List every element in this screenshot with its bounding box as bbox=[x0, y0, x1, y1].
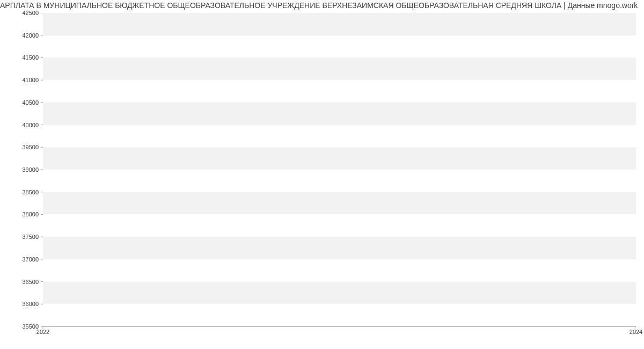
grid-band bbox=[43, 304, 636, 326]
grid-band bbox=[43, 282, 636, 304]
grid-band bbox=[43, 237, 636, 259]
grid-band bbox=[43, 57, 636, 80]
y-tick-label: 37000 bbox=[22, 256, 39, 263]
grid-band bbox=[43, 147, 636, 170]
y-tick-label: 36500 bbox=[22, 279, 39, 285]
y-tick-label: 40000 bbox=[22, 122, 39, 128]
chart-container: АРПЛАТА В МУНИЦИПАЛЬНОЕ БЮДЖЕТНОЕ ОБЩЕОБ… bbox=[0, 0, 644, 349]
grid-band bbox=[43, 80, 636, 103]
y-tick-label: 42000 bbox=[22, 32, 39, 39]
plot-area bbox=[43, 13, 636, 326]
y-tick-label: 36000 bbox=[22, 301, 39, 307]
grid-band bbox=[43, 103, 636, 125]
y-tick-label: 37500 bbox=[22, 234, 39, 240]
grid-band bbox=[43, 125, 636, 148]
y-tick-label: 39000 bbox=[22, 166, 39, 173]
y-tick-label: 41500 bbox=[22, 54, 39, 61]
y-tick-label: 42500 bbox=[22, 10, 39, 16]
grid-band bbox=[43, 192, 636, 215]
y-tick-label: 39500 bbox=[22, 144, 39, 150]
grid-band bbox=[43, 259, 636, 282]
chart-title: АРПЛАТА В МУНИЦИПАЛЬНОЕ БЮДЖЕТНОЕ ОБЩЕОБ… bbox=[0, 1, 644, 10]
y-tick-label: 40500 bbox=[22, 99, 39, 106]
y-tick-label: 41000 bbox=[22, 77, 39, 83]
x-tick-label: 2024 bbox=[630, 329, 642, 335]
grid-band bbox=[43, 214, 636, 237]
y-tick-label: 38500 bbox=[22, 189, 39, 195]
grid-band bbox=[43, 13, 636, 35]
grid-band bbox=[43, 170, 636, 192]
y-tick-label: 38000 bbox=[22, 211, 39, 217]
grid-band bbox=[43, 35, 636, 58]
x-tick-label: 2022 bbox=[36, 329, 49, 335]
